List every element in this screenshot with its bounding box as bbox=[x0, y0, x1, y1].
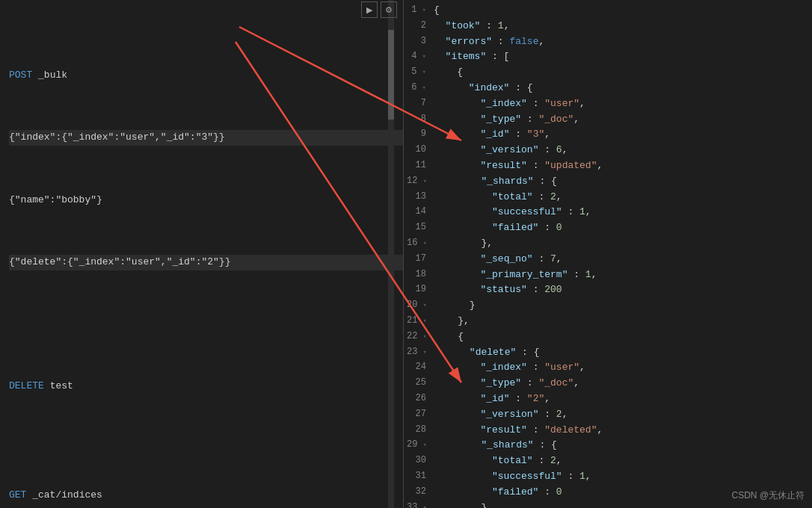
output-content-33: }, bbox=[434, 501, 493, 509]
output-content-29: "_shards" : { bbox=[434, 438, 557, 453]
output-line-10: 10 "_version" : 6, bbox=[404, 143, 812, 158]
output-line-1: 1 ▾ { bbox=[404, 3, 812, 19]
output-line-20: 20 ▾ } bbox=[404, 298, 812, 314]
code-line-1: POST _bulk bbox=[9, 68, 403, 84]
output-content-32: "failed" : 0 bbox=[434, 485, 562, 501]
settings-button[interactable]: ⚙ bbox=[381, 1, 397, 18]
output-content-3: "errors" : false, bbox=[434, 34, 544, 50]
output-content-9: "_id" : "3", bbox=[434, 127, 550, 143]
output-content-6: "index" : { bbox=[434, 81, 533, 96]
main-container: ▶ ⚙ POST _bulk {"index":{"_index":"user"… bbox=[0, 0, 812, 508]
output-content-25: "_type" : "_doc", bbox=[434, 376, 579, 391]
line-num-23: 23 ▾ bbox=[407, 345, 434, 359]
output-content-27: "_version" : 2, bbox=[434, 407, 568, 423]
output-content-28: "result" : "deleted", bbox=[434, 423, 603, 439]
output-line-7: 7 "_index" : "user", bbox=[404, 96, 812, 112]
line-num-12: 12 ▾ bbox=[407, 174, 434, 188]
line-num-11: 11 bbox=[407, 158, 434, 173]
line-num-25: 25 bbox=[407, 376, 434, 390]
output-content-26: "_id" : "2", bbox=[434, 391, 550, 407]
line-num-27: 27 bbox=[407, 407, 434, 421]
output-content-10: "_version" : 6, bbox=[434, 143, 568, 158]
line-num-17: 17 bbox=[407, 252, 434, 266]
line-num-29: 29 ▾ bbox=[407, 438, 434, 452]
output-line-2: 2 "took" : 1, bbox=[404, 19, 812, 34]
line-num-1: 1 ▾ bbox=[407, 3, 434, 17]
line-num-2: 2 bbox=[407, 19, 434, 33]
code-line-5 bbox=[9, 317, 403, 332]
output-content-24: "_index" : "user", bbox=[434, 360, 585, 376]
output-content-22: { bbox=[434, 329, 464, 345]
output-line-29: 29 ▾ "_shards" : { bbox=[404, 438, 812, 453]
output-content-7: "_index" : "user", bbox=[434, 96, 585, 112]
output-line-25: 25 "_type" : "_doc", bbox=[404, 376, 812, 391]
line-num-20: 20 ▾ bbox=[407, 298, 434, 312]
output-line-16: 16 ▾ }, bbox=[404, 236, 812, 252]
output-content-8: "_type" : "_doc", bbox=[434, 112, 579, 128]
output-line-24: 24 "_index" : "user", bbox=[404, 360, 812, 376]
output-line-28: 28 "result" : "deleted", bbox=[404, 423, 812, 439]
output-line-18: 18 "_primary_term" : 1, bbox=[404, 267, 812, 283]
output-content-13: "total" : 2, bbox=[434, 190, 562, 205]
line-num-28: 28 bbox=[407, 423, 434, 437]
output-content-12: "_shards" : { bbox=[434, 174, 557, 190]
line-num-6: 6 ▾ bbox=[407, 81, 434, 95]
output-line-17: 17 "_seq_no" : 7, bbox=[404, 252, 812, 267]
output-line-8: 8 "_type" : "_doc", bbox=[404, 112, 812, 128]
line-num-33: 33 ▾ bbox=[407, 501, 434, 509]
output-line-6: 6 ▾ "index" : { bbox=[404, 81, 812, 96]
run-button[interactable]: ▶ bbox=[361, 1, 378, 18]
output-line-31: 31 "successful" : 1, bbox=[404, 469, 812, 485]
output-content-17: "_seq_no" : 7, bbox=[434, 252, 562, 267]
output-content-18: "_primary_term" : 1, bbox=[434, 267, 597, 283]
right-code-content: 1 ▾ { 2 "took" : 1, 3 "errors" : false, … bbox=[404, 0, 812, 508]
line-num-13: 13 bbox=[407, 190, 434, 204]
left-editor-panel: ▶ ⚙ POST _bulk {"index":{"_index":"user"… bbox=[0, 0, 404, 508]
code-line-6: DELETE test bbox=[9, 379, 403, 394]
line-num-21: 21 ▾ bbox=[407, 314, 434, 328]
output-line-12: 12 ▾ "_shards" : { bbox=[404, 174, 812, 190]
output-content-11: "result" : "updated", bbox=[434, 158, 603, 174]
output-content-14: "successful" : 1, bbox=[434, 205, 591, 220]
line-num-10: 10 bbox=[407, 143, 434, 157]
output-content-16: }, bbox=[434, 236, 493, 252]
output-content-19: "status" : 200 bbox=[434, 282, 562, 298]
line-num-26: 26 bbox=[407, 391, 434, 406]
code-line-8: GET _cat/indices bbox=[9, 488, 403, 504]
center-scrollbar[interactable] bbox=[388, 0, 394, 508]
output-line-19: 19 "status" : 200 bbox=[404, 282, 812, 298]
output-content-20: } bbox=[434, 298, 476, 314]
output-line-21: 21 ▾ }, bbox=[404, 314, 812, 329]
output-content-2: "took" : 1, bbox=[434, 19, 509, 34]
output-line-9: 9 "_id" : "3", bbox=[404, 127, 812, 143]
output-content-23: "delete" : { bbox=[434, 345, 539, 361]
output-content-21: }, bbox=[434, 314, 470, 329]
line-num-8: 8 bbox=[407, 112, 434, 126]
line-num-18: 18 bbox=[407, 267, 434, 282]
line-num-7: 7 bbox=[407, 96, 434, 111]
line-num-30: 30 bbox=[407, 453, 434, 468]
output-line-22: 22 ▾ { bbox=[404, 329, 812, 345]
output-content-30: "total" : 2, bbox=[434, 453, 562, 469]
output-content-4: "items" : [ bbox=[434, 49, 509, 65]
output-line-23: 23 ▾ "delete" : { bbox=[404, 345, 812, 361]
output-line-5: 5 ▾ { bbox=[404, 65, 812, 81]
output-content-15: "failed" : 0 bbox=[434, 220, 562, 236]
code-line-4: {"delete":{"_index":"user","_id":"2"}} bbox=[9, 255, 403, 270]
line-num-24: 24 bbox=[407, 360, 434, 374]
line-num-31: 31 bbox=[407, 469, 434, 483]
line-num-15: 15 bbox=[407, 220, 434, 235]
output-line-13: 13 "total" : 2, bbox=[404, 190, 812, 205]
line-num-9: 9 bbox=[407, 127, 434, 141]
line-num-16: 16 ▾ bbox=[407, 236, 434, 250]
output-line-26: 26 "_id" : "2", bbox=[404, 391, 812, 407]
output-line-15: 15 "failed" : 0 bbox=[404, 220, 812, 236]
right-output-panel: 1 ▾ { 2 "took" : 1, 3 "errors" : false, … bbox=[404, 0, 812, 508]
output-line-14: 14 "successful" : 1, bbox=[404, 205, 812, 220]
code-line-7 bbox=[9, 426, 403, 442]
scrollbar-thumb[interactable] bbox=[388, 30, 394, 120]
output-line-11: 11 "result" : "updated", bbox=[404, 158, 812, 174]
left-code-editor[interactable]: POST _bulk {"index":{"_index":"user","_i… bbox=[0, 0, 403, 508]
output-line-30: 30 "total" : 2, bbox=[404, 453, 812, 469]
line-num-22: 22 ▾ bbox=[407, 329, 434, 344]
